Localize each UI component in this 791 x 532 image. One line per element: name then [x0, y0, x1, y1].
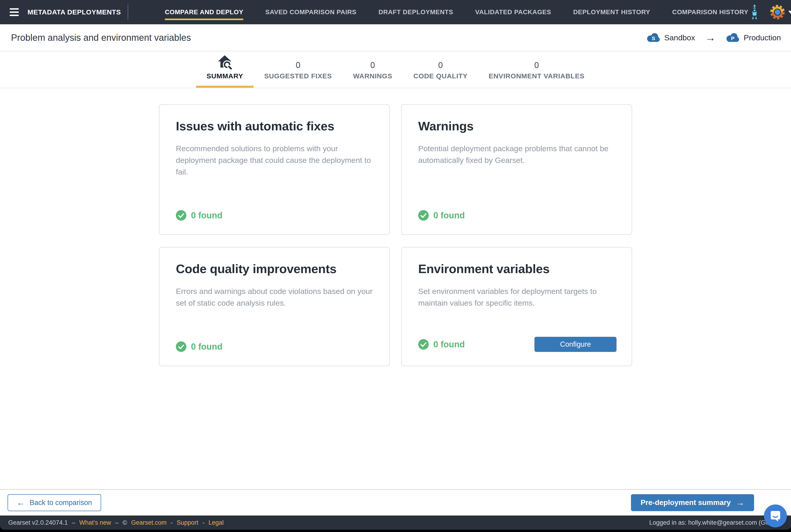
nav-brand-group: METADATA DEPLOYMENTS — [0, 8, 128, 16]
tab-label: ENVIRONMENT VARIABLES — [489, 72, 584, 88]
found-count: 0 found — [433, 211, 465, 221]
svg-text:S: S — [652, 36, 655, 41]
card-description: Set environment variables for deployment… — [418, 285, 615, 309]
footer-link-whats-new[interactable]: What's new — [79, 519, 111, 526]
gearset-logo-avatar-icon — [770, 5, 785, 20]
home-search-icon — [217, 54, 232, 70]
footer-version: Gearset v2.0.24074.1 — [8, 519, 68, 526]
footer-separator: - — [202, 519, 204, 526]
footer-copyright: © — [123, 519, 127, 526]
chat-bubble-icon — [770, 510, 781, 522]
success-check-icon — [176, 210, 186, 221]
chat-launcher-button[interactable] — [764, 505, 787, 527]
main-content: Issues with automatic fixes Recommended … — [0, 88, 791, 489]
source-org-label: Sandbox — [664, 33, 695, 42]
tab-code-quality[interactable]: 0 CODE QUALITY — [403, 51, 478, 88]
footer-link-legal[interactable]: Legal — [208, 519, 223, 526]
direction-arrow-icon: → — [705, 32, 716, 43]
found-status: 0 found — [418, 339, 465, 349]
target-org-label: Production — [743, 33, 781, 42]
card-title: Warnings — [418, 119, 615, 133]
card-description: Recommended solutions to problems with y… — [176, 143, 373, 178]
right-arrow-icon: → — [736, 498, 744, 507]
tab-suggested-fixes[interactable]: 0 SUGGESTED FIXES — [254, 51, 342, 88]
top-nav-bar: METADATA DEPLOYMENTS COMPARE AND DEPLOY … — [0, 0, 791, 24]
bottom-action-bar: ← Back to comparison Pre-deployment summ… — [0, 489, 791, 515]
found-status: 0 found — [176, 210, 222, 221]
found-status: 0 found — [418, 210, 465, 221]
footer-link-support[interactable]: Support — [177, 519, 199, 526]
card-title: Code quality improvements — [176, 262, 373, 276]
footer-separator: – — [115, 519, 118, 526]
back-to-comparison-button[interactable]: ← Back to comparison — [7, 494, 101, 511]
tab-label: WARNINGS — [353, 72, 392, 88]
brand-title: METADATA DEPLOYMENTS — [27, 8, 121, 16]
active-tab-underline — [196, 86, 254, 88]
app-window: METADATA DEPLOYMENTS COMPARE AND DEPLOY … — [0, 0, 791, 532]
footer-logged-in: Logged in as: holly.white@gearset.com (G… — [649, 519, 783, 526]
svg-text:P: P — [731, 36, 735, 41]
card-description: Errors and warnings about code violation… — [176, 285, 373, 309]
nav-item-comparison-history[interactable]: COMPARISON HISTORY — [672, 8, 748, 16]
tab-count: 0 — [438, 61, 443, 70]
hamburger-menu-icon[interactable] — [10, 8, 19, 16]
tab-summary[interactable]: SUMMARY — [196, 51, 254, 88]
footer-link-gearset-com[interactable]: Gearset.com — [131, 519, 167, 526]
card-title: Environment variables — [418, 262, 615, 276]
left-arrow-icon: ← — [17, 498, 25, 507]
back-button-label: Back to comparison — [30, 498, 92, 507]
nav-item-deployment-history[interactable]: DEPLOYMENT HISTORY — [573, 8, 650, 16]
found-count: 0 found — [433, 340, 465, 349]
tab-count: 0 — [296, 61, 300, 70]
tab-count: 0 — [370, 61, 375, 70]
card-warnings: Warnings Potential deployment package pr… — [401, 104, 632, 235]
tab-label: SUMMARY — [207, 72, 243, 88]
footer-separator: - — [170, 519, 173, 526]
tab-count: 0 — [534, 61, 539, 70]
configure-button[interactable]: Configure — [534, 337, 617, 352]
nav-item-compare-and-deploy[interactable]: COMPARE AND DEPLOY — [165, 8, 243, 20]
nav-item-validated-packages[interactable]: VALIDATED PACKAGES — [475, 8, 551, 16]
org-pair: S Sandbox → P Production — [646, 32, 781, 43]
target-org-badge: P Production — [726, 33, 781, 43]
footer-bar: Gearset v2.0.24074.1 – What's new – © Ge… — [0, 515, 791, 530]
footer-left: Gearset v2.0.24074.1 – What's new – © Ge… — [8, 519, 226, 526]
nav-right-group — [748, 4, 791, 20]
tab-warnings[interactable]: 0 WARNINGS — [343, 51, 403, 88]
found-status: 0 found — [176, 341, 222, 352]
chevron-down-icon — [788, 11, 791, 14]
window-edge-strip — [0, 530, 791, 532]
success-check-icon — [418, 210, 429, 221]
card-description: Potential deployment package problems th… — [418, 143, 615, 166]
tab-environment-variables[interactable]: 0 ENVIRONMENT VARIABLES — [478, 51, 595, 88]
tab-bar: SUMMARY 0 SUGGESTED FIXES 0 WARNINGS 0 C… — [0, 51, 791, 88]
found-count: 0 found — [191, 342, 222, 352]
footer-separator: – — [72, 519, 75, 526]
pre-deployment-summary-button[interactable]: Pre-deployment summary → — [631, 494, 754, 511]
cards-grid: Issues with automatic fixes Recommended … — [0, 104, 791, 366]
page-title: Problem analysis and environment variabl… — [11, 33, 191, 43]
tab-label: SUGGESTED FIXES — [264, 72, 332, 88]
account-menu-button[interactable] — [770, 5, 791, 20]
tab-label: CODE QUALITY — [413, 72, 467, 88]
nav-menu: COMPARE AND DEPLOY SAVED COMPARISON PAIR… — [165, 8, 748, 16]
source-org-badge: S Sandbox — [646, 33, 695, 43]
page-header: Problem analysis and environment variabl… — [0, 24, 791, 51]
card-code-quality-improvements: Code quality improvements Errors and war… — [159, 247, 390, 366]
card-environment-variables: Environment variables Set environment va… — [401, 247, 632, 366]
target-cloud-icon: P — [726, 33, 740, 43]
success-check-icon — [176, 341, 186, 352]
nav-item-saved-comparison-pairs[interactable]: SAVED COMPARISON PAIRS — [265, 8, 356, 16]
nav-divider — [128, 5, 128, 20]
rocket-icon[interactable] — [748, 4, 761, 20]
next-button-label: Pre-deployment summary — [641, 498, 731, 507]
card-issues-with-automatic-fixes: Issues with automatic fixes Recommended … — [159, 104, 390, 235]
nav-item-draft-deployments[interactable]: DRAFT DEPLOYMENTS — [379, 8, 453, 16]
success-check-icon — [418, 339, 429, 349]
found-count: 0 found — [191, 211, 222, 221]
card-title: Issues with automatic fixes — [176, 119, 373, 133]
source-cloud-icon: S — [646, 33, 661, 43]
